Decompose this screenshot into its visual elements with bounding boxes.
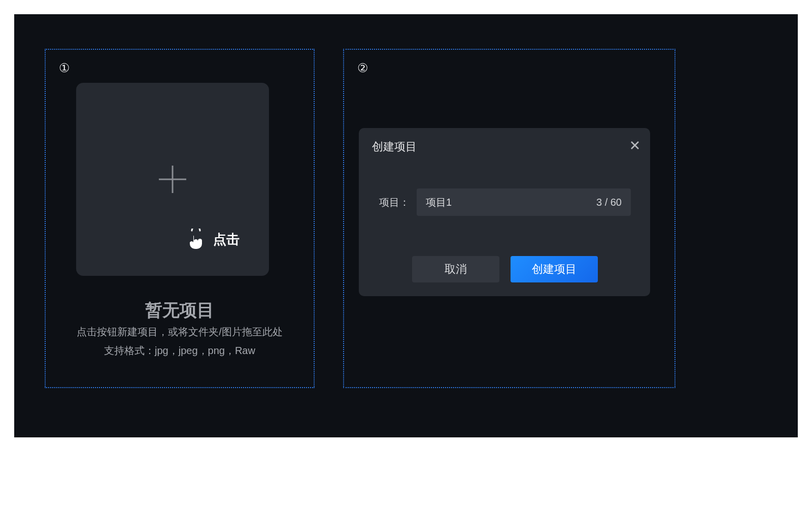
cancel-button[interactable]: 取消 xyxy=(412,256,499,282)
empty-state-title: 暂无项目 xyxy=(46,299,314,322)
project-name-input-wrap: 3 / 60 xyxy=(417,188,631,216)
step-number-2: ② xyxy=(357,62,368,74)
dialog-actions: 取消 创建项目 xyxy=(412,256,598,282)
close-icon xyxy=(630,140,640,150)
plus-icon xyxy=(157,164,188,195)
dialog-title: 创建项目 xyxy=(372,139,417,154)
app-frame: ① 点击 暂无项目 点击按钮新建项目，或将文件夹/图片拖至此处 支持格式：jpg… xyxy=(14,14,798,437)
click-hint: 点击 xyxy=(187,229,240,250)
create-project-dialog: 创建项目 项目： 3 / 60 取消 创建项目 xyxy=(359,128,650,296)
project-name-input[interactable] xyxy=(426,188,553,216)
step-panel-2: ② 创建项目 项目： 3 / 60 取消 创建项目 xyxy=(343,49,675,388)
step-number-1: ① xyxy=(59,62,70,74)
empty-state-formats: 支持格式：jpg，jpeg，png，Raw xyxy=(46,344,314,358)
step-panel-1: ① 点击 暂无项目 点击按钮新建项目，或将文件夹/图片拖至此处 支持格式：jpg… xyxy=(45,49,315,388)
empty-state-subtitle: 点击按钮新建项目，或将文件夹/图片拖至此处 xyxy=(46,325,314,339)
create-button[interactable]: 创建项目 xyxy=(511,256,598,282)
click-hint-label: 点击 xyxy=(213,231,240,248)
project-name-label: 项目： xyxy=(379,196,410,209)
project-name-counter: 3 / 60 xyxy=(596,188,622,216)
project-name-row: 项目： 3 / 60 xyxy=(379,188,631,216)
create-project-card[interactable]: 点击 xyxy=(76,83,269,276)
pointer-click-icon xyxy=(187,229,205,250)
dialog-close-button[interactable] xyxy=(628,138,642,152)
